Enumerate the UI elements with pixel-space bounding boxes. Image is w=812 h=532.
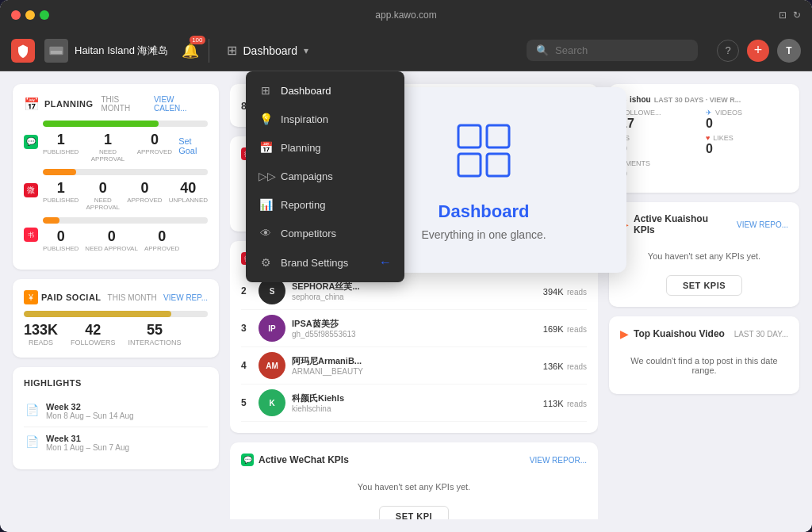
grid-menu-icon: ⊞ [259, 84, 273, 97]
svg-rect-3 [487, 125, 509, 147]
grid-icon: ⊞ [227, 43, 237, 58]
title-bar-right: ⊡ ↻ [779, 10, 801, 21]
menu-dashboard-label: Dashboard [281, 85, 331, 97]
nav-actions: ? + T [717, 39, 801, 63]
help-button[interactable]: ? [717, 40, 739, 62]
chevron-down-icon: ▾ [304, 45, 308, 56]
menu-item-brand-settings[interactable]: ⚙ Brand Settings ← [246, 247, 404, 277]
menu-item-dashboard[interactable]: ⊞ Dashboard [246, 76, 404, 105]
add-button[interactable]: + [747, 40, 769, 62]
menu-campaigns-label: Campaigns [281, 170, 333, 182]
window-title: app.kawo.com [375, 10, 436, 21]
title-bar: app.kawo.com ⊡ ↻ [0, 0, 812, 30]
chevron-right-icon: ▷▷ [259, 170, 273, 182]
traffic-lights [11, 10, 49, 20]
brand-avatar [44, 39, 68, 63]
menu-item-competitors[interactable]: 👁 Competitors [246, 219, 404, 247]
svg-rect-2 [458, 125, 481, 147]
menu-item-reporting[interactable]: 📊 Reporting [246, 190, 404, 219]
maximize-button[interactable] [40, 10, 49, 20]
menu-item-campaigns[interactable]: ▷▷ Campaigns [246, 162, 404, 190]
bar-chart-icon: 📊 [259, 198, 273, 211]
menu-competitors-label: Competitors [281, 228, 336, 239]
feature-dashboard-icon [452, 119, 515, 186]
notification-bell[interactable]: 🔔 100 [182, 42, 199, 59]
app-window: app.kawo.com ⊡ ↻ Haitan Island 海滩岛 🔔 100 [0, 0, 812, 532]
search-input[interactable] [555, 44, 688, 56]
dashboard-dropdown-label: Dashboard [243, 44, 298, 57]
menu-reporting-label: Reporting [281, 199, 325, 211]
nav-bar: Haitan Island 海滩岛 🔔 100 ⊞ Dashboard ▾ 🔍 … [0, 30, 812, 71]
svg-rect-1 [51, 51, 63, 54]
nav-dropdown-menu: ⊞ Dashboard 💡 Inspiration 📅 Planning ▷▷ … [246, 71, 404, 282]
close-button[interactable] [11, 10, 21, 20]
feature-title: Dashboard [439, 201, 530, 222]
dropdown-overlay[interactable]: ⊞ Dashboard 💡 Inspiration 📅 Planning ▷▷ … [0, 71, 812, 532]
menu-item-planning[interactable]: 📅 Planning [246, 133, 404, 162]
search-icon: 🔍 [536, 44, 549, 56]
app-logo[interactable] [11, 39, 35, 63]
menu-item-inspiration[interactable]: 💡 Inspiration [246, 105, 404, 133]
gear-icon: ⚙ [259, 256, 273, 269]
arrow-indicator: ← [379, 255, 392, 270]
eye-icon: 👁 [259, 227, 273, 239]
menu-planning-label: Planning [281, 142, 321, 154]
user-avatar[interactable]: T [777, 39, 801, 63]
menu-brand-settings-label: Brand Settings [281, 257, 348, 269]
svg-rect-5 [487, 154, 509, 176]
menu-inspiration-label: Inspiration [281, 113, 328, 125]
refresh-icon: ↻ [793, 10, 801, 21]
bell-badge: 100 [190, 36, 205, 44]
search-bar[interactable]: 🔍 [527, 40, 698, 61]
calendar-menu-icon: 📅 [259, 141, 273, 154]
cast-icon: ⊡ [779, 10, 787, 21]
feature-subtitle: Everything in one glance. [421, 228, 546, 241]
lightbulb-icon: 💡 [259, 113, 273, 125]
svg-rect-4 [458, 154, 481, 176]
brand-name: Haitan Island 海滩岛 [75, 44, 169, 58]
main-content: 📅 Planning THIS MONTH VIEW CALEN... 💬 [0, 71, 812, 532]
nav-brand[interactable]: Haitan Island 海滩岛 [44, 39, 169, 63]
nav-divider [209, 39, 209, 63]
dashboard-dropdown-button[interactable]: ⊞ Dashboard ▾ [219, 38, 317, 63]
minimize-button[interactable] [25, 10, 35, 20]
